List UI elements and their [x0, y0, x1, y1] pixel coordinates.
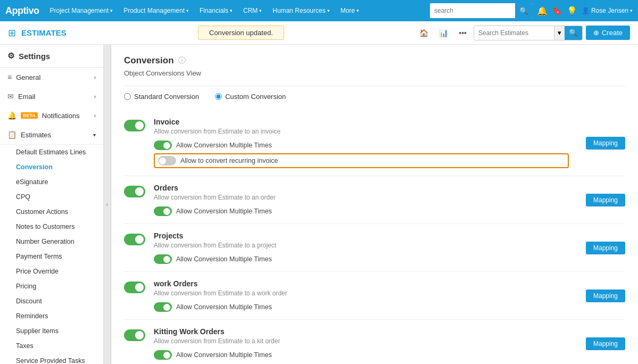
- chevron-down-icon: ▾: [230, 8, 233, 13]
- kitting-main-toggle[interactable]: [124, 329, 145, 341]
- chevron-down-icon: ▾: [186, 8, 189, 13]
- toolbar-right: 🏠 📊 ••• ▾ 🔍 ⊕ Create: [416, 26, 630, 40]
- sidebar-subitem-pricing[interactable]: Pricing: [0, 279, 103, 294]
- main-content: Conversion ⓘ Object Conversions View Sta…: [111, 45, 638, 364]
- sidebar-item-estimates[interactable]: 📋 Estimates ▾: [0, 125, 103, 144]
- create-button[interactable]: ⊕ Create: [586, 26, 630, 40]
- sub-title: Object Conversions View: [124, 69, 625, 77]
- create-icon: ⊕: [593, 29, 599, 37]
- divider: [124, 86, 625, 86]
- orders-multiple-toggle[interactable]: [154, 206, 172, 216]
- toolbar-search-input[interactable]: [474, 26, 554, 40]
- sidebar-subitem-esignature[interactable]: eSignature: [0, 175, 103, 189]
- projects-title: Projects: [154, 231, 569, 240]
- sidebar-item-notifications[interactable]: 🔔 BETA Notifications ›: [0, 106, 103, 125]
- nav-crm[interactable]: CRM ▾: [239, 0, 266, 21]
- sidebar-section-main: ≡ General › ✉ Email › 🔔 BETA Notificatio…: [0, 68, 103, 145]
- projects-multiple-toggle[interactable]: [154, 254, 172, 264]
- kitting-mapping-button[interactable]: Mapping: [586, 337, 625, 350]
- orders-main-toggle[interactable]: [124, 186, 145, 197]
- work-orders-multiple-toggle[interactable]: [154, 302, 172, 312]
- kitting-sub-options: Allow Conversion Multiple Times: [154, 350, 569, 360]
- estimates-icon: 📋: [7, 130, 16, 139]
- kitting-title: Kitting Work Orders: [154, 327, 569, 336]
- general-icon: ≡: [7, 73, 12, 81]
- more-button[interactable]: •••: [455, 26, 470, 40]
- nav-financials[interactable]: Financials ▾: [195, 0, 237, 21]
- standard-conversion-input[interactable]: [124, 93, 131, 100]
- chart-button[interactable]: 📊: [435, 26, 452, 40]
- bookmark-icon[interactable]: 🔖: [552, 6, 562, 16]
- chevron-down-icon: ▾: [327, 8, 330, 13]
- settings-header: ⚙ Settings: [0, 45, 103, 68]
- work-orders-allow-multiple-option: Allow Conversion Multiple Times: [154, 302, 569, 312]
- work-orders-mapping-button[interactable]: Mapping: [586, 289, 625, 302]
- sidebar-subitem-service-provided-tasks[interactable]: Service Provided Tasks: [0, 353, 103, 364]
- chevron-down-icon: ▾: [259, 8, 262, 13]
- invoice-desc: Allow conversion from Estimate to an inv…: [154, 128, 569, 135]
- orders-section: Orders Allow conversion from Estimate to…: [124, 176, 625, 224]
- projects-section: Projects Allow conversion from Estimate …: [124, 224, 625, 272]
- sidebar-subitem-notes-to-customers[interactable]: Notes to Customers: [0, 219, 103, 234]
- page-title: Conversion: [124, 55, 174, 66]
- sidebar-subitem-number-generation[interactable]: Number Generation: [0, 234, 103, 249]
- chevron-right-icon: ›: [94, 94, 96, 100]
- sidebar-item-general[interactable]: ≡ General ›: [0, 68, 103, 87]
- info-icon[interactable]: ⓘ: [178, 56, 186, 65]
- sidebar-subitem-price-override[interactable]: Price Override: [0, 264, 103, 279]
- chevron-down-icon: ▾: [357, 8, 359, 13]
- sidebar-collapse-button[interactable]: ‹: [104, 45, 111, 364]
- work-orders-body: work Orders Allow conversion from Estima…: [154, 279, 569, 312]
- main-layout: ⚙ Settings ≡ General › ✉ Email › 🔔 BETA …: [0, 45, 638, 364]
- custom-conversion-input[interactable]: [215, 93, 222, 100]
- projects-mapping-button[interactable]: Mapping: [586, 242, 625, 254]
- standard-conversion-radio[interactable]: Standard Conversion: [124, 93, 199, 101]
- sidebar-subitem-taxes[interactable]: Taxes: [0, 338, 103, 353]
- lightbulb-icon[interactable]: 💡: [567, 6, 577, 16]
- projects-sub-options: Allow Conversion Multiple Times: [154, 254, 569, 264]
- kitting-body: Kitting Work Orders Allow conversion fro…: [154, 327, 569, 360]
- user-chevron-icon: ▾: [630, 8, 633, 13]
- global-search-button[interactable]: 🔍: [515, 3, 533, 18]
- nav-project-management[interactable]: Project Management ▾: [46, 0, 118, 21]
- sidebar-subitem-payment-terms[interactable]: Payment Terms: [0, 249, 103, 264]
- invoice-multiple-toggle[interactable]: [154, 140, 172, 150]
- bell-sidebar-icon: 🔔: [7, 111, 16, 120]
- orders-title: Orders: [154, 184, 569, 192]
- home-button[interactable]: 🏠: [416, 26, 432, 40]
- user-avatar-icon: 👤: [582, 7, 590, 14]
- chevron-down-icon: ▾: [93, 132, 96, 138]
- chevron-right-icon: ›: [94, 75, 96, 80]
- orders-mapping-button[interactable]: Mapping: [586, 194, 625, 206]
- work-orders-desc: Allow conversion from Estimate to a work…: [154, 289, 569, 297]
- app-logo: Apptivo: [5, 5, 39, 16]
- sidebar-subitem-discount[interactable]: Discount: [0, 294, 103, 309]
- app-title: ESTIMATES: [21, 28, 67, 37]
- sidebar-subitem-default-lines[interactable]: Default Estimates Lines: [0, 145, 103, 160]
- email-icon: ✉: [7, 92, 14, 101]
- sidebar-item-email[interactable]: ✉ Email ›: [0, 87, 103, 106]
- search-dropdown-button[interactable]: ▾: [554, 26, 565, 40]
- projects-desc: Allow conversion from Estimate to a proj…: [154, 242, 569, 249]
- nav-more[interactable]: More ▾: [336, 0, 363, 21]
- sidebar-subitem-reminders[interactable]: Reminders: [0, 309, 103, 324]
- custom-conversion-radio[interactable]: Custom Conversion: [215, 93, 286, 101]
- invoice-main-toggle[interactable]: [124, 120, 145, 131]
- projects-main-toggle[interactable]: [124, 234, 145, 245]
- invoice-recurring-toggle[interactable]: [158, 156, 176, 166]
- sidebar-subitem-customer-actions[interactable]: Customer Actions: [0, 204, 103, 219]
- global-search-input[interactable]: [430, 3, 515, 18]
- bell-icon[interactable]: 🔔: [537, 6, 548, 16]
- kitting-multiple-toggle[interactable]: [154, 350, 172, 360]
- sidebar-subitem-supplier-items[interactable]: Supplier Items: [0, 324, 103, 338]
- user-menu[interactable]: 👤 Rose Jensen ▾: [582, 7, 633, 14]
- nav-product-management[interactable]: Product Management ▾: [119, 0, 193, 21]
- nav-human-resources[interactable]: Human Resources ▾: [268, 0, 334, 21]
- notification-bar: Conversion updated.: [198, 26, 284, 40]
- work-orders-main-toggle[interactable]: [124, 282, 145, 293]
- invoice-mapping-button[interactable]: Mapping: [586, 137, 625, 150]
- toolbar-center: Conversion updated.: [72, 26, 411, 40]
- sidebar-subitem-cpq[interactable]: CPQ: [0, 189, 103, 204]
- sidebar-subitem-conversion[interactable]: Conversion: [0, 160, 103, 175]
- search-submit-button[interactable]: 🔍: [565, 26, 582, 40]
